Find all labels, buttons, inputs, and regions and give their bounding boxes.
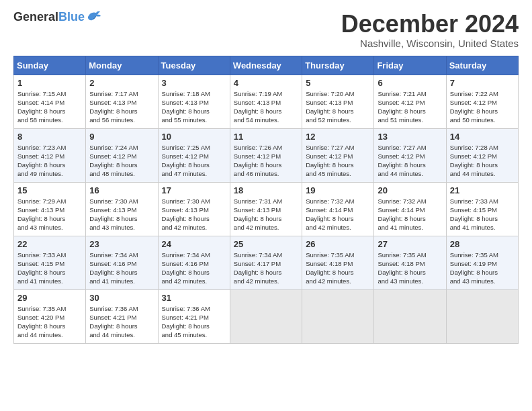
day-number: 23: [89, 239, 154, 249]
calendar-day-cell: 30Sunrise: 7:36 AM Sunset: 4:21 PM Dayli…: [86, 289, 158, 343]
location-title: Nashville, Wisconsin, United States: [341, 38, 519, 49]
day-info: Sunrise: 7:26 AM Sunset: 4:12 PM Dayligh…: [234, 143, 298, 179]
day-number: 19: [306, 185, 370, 195]
calendar-day-cell: 26Sunrise: 7:35 AM Sunset: 4:18 PM Dayli…: [302, 236, 374, 289]
calendar-day-cell: 19Sunrise: 7:32 AM Sunset: 4:14 PM Dayli…: [302, 182, 374, 236]
logo-general: General: [13, 10, 58, 24]
day-number: 7: [450, 78, 515, 88]
calendar-day-cell: 15Sunrise: 7:29 AM Sunset: 4:13 PM Dayli…: [14, 182, 86, 236]
day-number: 3: [162, 78, 226, 88]
calendar-day-cell: 9Sunrise: 7:24 AM Sunset: 4:12 PM Daylig…: [86, 128, 158, 182]
day-info: Sunrise: 7:36 AM Sunset: 4:21 PM Dayligh…: [89, 304, 154, 340]
calendar-day-cell: 18Sunrise: 7:31 AM Sunset: 4:13 PM Dayli…: [230, 182, 302, 236]
day-number: 24: [162, 239, 226, 249]
day-info: Sunrise: 7:35 AM Sunset: 4:20 PM Dayligh…: [17, 304, 82, 340]
day-number: 29: [17, 293, 82, 303]
day-number: 8: [17, 132, 82, 142]
day-info: Sunrise: 7:35 AM Sunset: 4:18 PM Dayligh…: [378, 250, 442, 286]
calendar-day-cell: 20Sunrise: 7:32 AM Sunset: 4:14 PM Dayli…: [374, 182, 446, 236]
header: GeneralBlue December 2024 Nashville, Wis…: [13, 11, 519, 49]
calendar-day-cell: [230, 289, 302, 343]
calendar-week-row: 15Sunrise: 7:29 AM Sunset: 4:13 PM Dayli…: [14, 182, 519, 236]
calendar-day-cell: 29Sunrise: 7:35 AM Sunset: 4:20 PM Dayli…: [14, 289, 86, 343]
calendar-day-cell: 10Sunrise: 7:25 AM Sunset: 4:12 PM Dayli…: [158, 128, 230, 182]
calendar-day-cell: 3Sunrise: 7:18 AM Sunset: 4:13 PM Daylig…: [158, 75, 230, 128]
day-info: Sunrise: 7:34 AM Sunset: 4:16 PM Dayligh…: [89, 250, 154, 286]
calendar-day-cell: 6Sunrise: 7:21 AM Sunset: 4:12 PM Daylig…: [374, 75, 446, 128]
calendar-day-header: Friday: [374, 56, 446, 75]
day-info: Sunrise: 7:33 AM Sunset: 4:15 PM Dayligh…: [17, 250, 82, 286]
calendar-day-cell: 13Sunrise: 7:27 AM Sunset: 4:12 PM Dayli…: [374, 128, 446, 182]
day-number: 30: [89, 293, 154, 303]
day-number: 4: [234, 78, 298, 88]
day-number: 15: [17, 185, 82, 195]
calendar-day-cell: 12Sunrise: 7:27 AM Sunset: 4:12 PM Dayli…: [302, 128, 374, 182]
day-number: 17: [162, 185, 226, 195]
logo-text: GeneralBlue: [13, 11, 85, 24]
calendar-day-header: Thursday: [302, 56, 374, 75]
calendar-week-row: 1Sunrise: 7:15 AM Sunset: 4:14 PM Daylig…: [14, 75, 519, 128]
day-number: 5: [306, 78, 370, 88]
day-number: 10: [162, 132, 226, 142]
day-info: Sunrise: 7:32 AM Sunset: 4:14 PM Dayligh…: [378, 197, 442, 232]
day-info: Sunrise: 7:30 AM Sunset: 4:13 PM Dayligh…: [162, 197, 226, 232]
day-info: Sunrise: 7:36 AM Sunset: 4:21 PM Dayligh…: [162, 304, 226, 340]
calendar-day-header: Tuesday: [158, 56, 230, 75]
month-title: December 2024: [341, 11, 519, 38]
day-info: Sunrise: 7:35 AM Sunset: 4:18 PM Dayligh…: [306, 250, 370, 286]
day-number: 18: [234, 185, 298, 195]
calendar-day-header: Sunday: [14, 56, 86, 75]
day-info: Sunrise: 7:33 AM Sunset: 4:15 PM Dayligh…: [450, 197, 515, 232]
calendar-day-cell: 23Sunrise: 7:34 AM Sunset: 4:16 PM Dayli…: [86, 236, 158, 289]
calendar-day-cell: 11Sunrise: 7:26 AM Sunset: 4:12 PM Dayli…: [230, 128, 302, 182]
day-info: Sunrise: 7:27 AM Sunset: 4:12 PM Dayligh…: [378, 143, 442, 179]
day-info: Sunrise: 7:29 AM Sunset: 4:13 PM Dayligh…: [17, 197, 82, 232]
day-info: Sunrise: 7:27 AM Sunset: 4:12 PM Dayligh…: [306, 143, 370, 179]
day-info: Sunrise: 7:34 AM Sunset: 4:17 PM Dayligh…: [234, 250, 298, 286]
day-info: Sunrise: 7:25 AM Sunset: 4:12 PM Dayligh…: [162, 143, 226, 179]
day-info: Sunrise: 7:34 AM Sunset: 4:16 PM Dayligh…: [162, 250, 226, 286]
day-info: Sunrise: 7:24 AM Sunset: 4:12 PM Dayligh…: [89, 143, 154, 179]
calendar-day-cell: 5Sunrise: 7:20 AM Sunset: 4:13 PM Daylig…: [302, 75, 374, 128]
day-number: 1: [17, 78, 82, 88]
calendar-day-cell: [446, 289, 518, 343]
calendar-day-cell: 28Sunrise: 7:35 AM Sunset: 4:19 PM Dayli…: [446, 236, 518, 289]
day-number: 14: [450, 132, 515, 142]
calendar-day-cell: 31Sunrise: 7:36 AM Sunset: 4:21 PM Dayli…: [158, 289, 230, 343]
calendar-day-cell: 21Sunrise: 7:33 AM Sunset: 4:15 PM Dayli…: [446, 182, 518, 236]
calendar-day-cell: 7Sunrise: 7:22 AM Sunset: 4:12 PM Daylig…: [446, 75, 518, 128]
day-number: 27: [378, 239, 442, 249]
logo-bird-icon: [87, 10, 101, 22]
calendar-day-cell: 17Sunrise: 7:30 AM Sunset: 4:13 PM Dayli…: [158, 182, 230, 236]
day-number: 20: [378, 185, 442, 195]
calendar-day-cell: 4Sunrise: 7:19 AM Sunset: 4:13 PM Daylig…: [230, 75, 302, 128]
calendar-day-cell: 24Sunrise: 7:34 AM Sunset: 4:16 PM Dayli…: [158, 236, 230, 289]
calendar-day-cell: [374, 289, 446, 343]
calendar-day-cell: 22Sunrise: 7:33 AM Sunset: 4:15 PM Dayli…: [14, 236, 86, 289]
logo-blue: Blue: [58, 10, 85, 24]
day-number: 21: [450, 185, 515, 195]
calendar-week-row: 8Sunrise: 7:23 AM Sunset: 4:12 PM Daylig…: [14, 128, 519, 182]
logo: GeneralBlue: [13, 11, 101, 24]
calendar-header-row: SundayMondayTuesdayWednesdayThursdayFrid…: [14, 56, 519, 75]
day-number: 2: [89, 78, 154, 88]
day-number: 31: [162, 293, 226, 303]
day-number: 11: [234, 132, 298, 142]
day-number: 26: [306, 239, 370, 249]
day-info: Sunrise: 7:18 AM Sunset: 4:13 PM Dayligh…: [162, 89, 226, 125]
day-info: Sunrise: 7:21 AM Sunset: 4:12 PM Dayligh…: [378, 89, 442, 125]
day-number: 12: [306, 132, 370, 142]
day-info: Sunrise: 7:17 AM Sunset: 4:13 PM Dayligh…: [89, 89, 154, 125]
day-number: 13: [378, 132, 442, 142]
calendar-day-cell: [302, 289, 374, 343]
day-info: Sunrise: 7:28 AM Sunset: 4:12 PM Dayligh…: [450, 143, 515, 179]
day-info: Sunrise: 7:20 AM Sunset: 4:13 PM Dayligh…: [306, 89, 370, 125]
calendar-day-cell: 2Sunrise: 7:17 AM Sunset: 4:13 PM Daylig…: [86, 75, 158, 128]
calendar-day-header: Saturday: [446, 56, 518, 75]
calendar-day-cell: 16Sunrise: 7:30 AM Sunset: 4:13 PM Dayli…: [86, 182, 158, 236]
day-number: 28: [450, 239, 515, 249]
calendar-table: SundayMondayTuesdayWednesdayThursdayFrid…: [13, 56, 519, 344]
day-number: 22: [17, 239, 82, 249]
day-number: 9: [89, 132, 154, 142]
day-info: Sunrise: 7:32 AM Sunset: 4:14 PM Dayligh…: [306, 197, 370, 232]
